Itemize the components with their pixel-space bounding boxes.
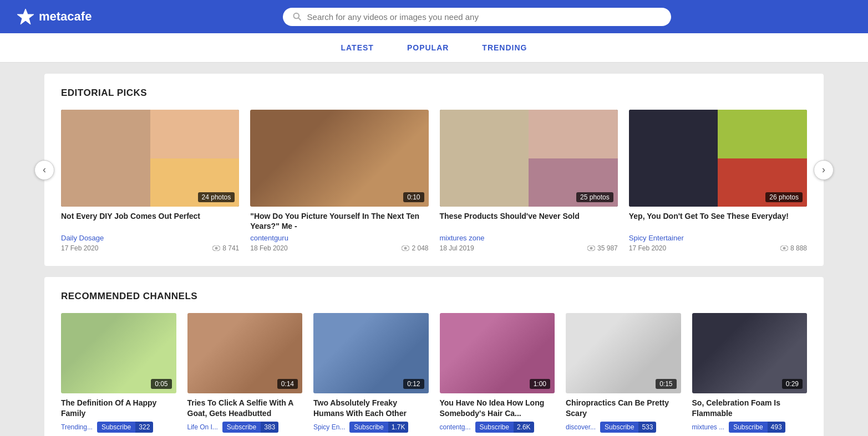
editorial-thumb-1: 24 photos bbox=[61, 110, 239, 207]
views-icon bbox=[402, 245, 409, 251]
svg-point-1 bbox=[294, 13, 300, 19]
search-bar-container bbox=[103, 8, 851, 26]
editorial-channel-4[interactable]: Spicy Entertainer bbox=[629, 234, 807, 242]
subscribe-count-3: 1.7K bbox=[388, 422, 409, 433]
views-icon bbox=[780, 245, 788, 251]
subscribe-label-5[interactable]: Subscribe bbox=[600, 422, 638, 433]
channel-title-5: Chiropractics Can Be Pretty Scary bbox=[566, 398, 681, 418]
subscribe-count-1: 322 bbox=[135, 422, 153, 433]
editorial-date-2: 18 Feb 2020 bbox=[250, 244, 287, 252]
views-icon bbox=[587, 245, 595, 251]
editorial-badge-3: 25 photos bbox=[576, 192, 613, 202]
editorial-channel-1[interactable]: Daily Dosage bbox=[61, 234, 239, 242]
logo[interactable]: metacafe bbox=[17, 8, 92, 25]
channel-thumb-3: 0:12 bbox=[313, 313, 429, 393]
main-content: ‹ EDITORIAL PICKS 24 photos Not Every DI… bbox=[0, 63, 868, 436]
editorial-thumb-4: 26 photos bbox=[629, 110, 807, 207]
channel-name-2[interactable]: Life On I... bbox=[187, 423, 218, 431]
channel-title-3: Two Absolutely Freaky Humans With Each O… bbox=[313, 398, 429, 418]
editorial-title-2: "How Do You Picture Yourself In The Next… bbox=[250, 211, 428, 231]
channel-badge-2: 0:14 bbox=[277, 379, 298, 389]
editorial-channel-3[interactable]: mixtures zone bbox=[440, 234, 618, 242]
channel-title-4: You Have No Idea How Long Somebody's Hai… bbox=[440, 398, 555, 418]
svg-point-8 bbox=[590, 247, 593, 250]
channel-name-1[interactable]: Trending... bbox=[61, 423, 93, 431]
editorial-channel-2[interactable]: contentguru bbox=[250, 234, 428, 242]
editorial-date-4: 17 Feb 2020 bbox=[629, 244, 666, 252]
channel-bottom-2: Life On I... Subscribe 383 bbox=[187, 422, 303, 433]
editorial-views-4: 8 888 bbox=[780, 244, 807, 252]
svg-point-10 bbox=[783, 247, 785, 250]
channel-name-3[interactable]: Spicy En... bbox=[313, 423, 345, 431]
carousel-left-arrow[interactable]: ‹ bbox=[34, 160, 54, 180]
channel-card-4[interactable]: 1:00 You Have No Idea How Long Somebody'… bbox=[440, 313, 555, 432]
editorial-title-3: These Products Should've Never Sold bbox=[440, 211, 618, 231]
channel-badge-5: 0:15 bbox=[656, 379, 676, 389]
subscribe-btn-2[interactable]: Subscribe 383 bbox=[222, 422, 278, 433]
editorial-meta-4: 17 Feb 2020 8 888 bbox=[629, 244, 807, 252]
subscribe-label-4[interactable]: Subscribe bbox=[475, 422, 514, 433]
svg-marker-0 bbox=[17, 9, 34, 24]
channel-title-2: Tries To Click A Selfie With A Goat, Get… bbox=[187, 398, 303, 418]
subscribe-label-6[interactable]: Subscribe bbox=[729, 422, 767, 433]
editorial-picks-title: EDITORIAL PICKS bbox=[61, 88, 807, 99]
nav-item-latest[interactable]: LATEST bbox=[341, 43, 374, 52]
search-input[interactable] bbox=[307, 12, 662, 22]
svg-point-4 bbox=[215, 247, 218, 250]
channel-card-5[interactable]: 0:15 Chiropractics Can Be Pretty Scary d… bbox=[566, 313, 681, 432]
channel-bottom-4: contentg... Subscribe 2.6K bbox=[440, 422, 555, 433]
channels-grid: 0:05 The Definition Of A Happy Family Tr… bbox=[61, 313, 807, 432]
channel-title-1: The Definition Of A Happy Family bbox=[61, 398, 176, 418]
editorial-picks-section: ‹ EDITORIAL PICKS 24 photos Not Every DI… bbox=[44, 74, 824, 266]
editorial-views-3: 35 987 bbox=[587, 244, 618, 252]
subscribe-btn-3[interactable]: Subscribe 1.7K bbox=[349, 422, 408, 433]
channel-badge-6: 0:29 bbox=[782, 379, 803, 389]
subscribe-label-2[interactable]: Subscribe bbox=[222, 422, 261, 433]
subscribe-btn-5[interactable]: Subscribe 533 bbox=[600, 422, 656, 433]
subscribe-count-2: 383 bbox=[261, 422, 278, 433]
editorial-card-4[interactable]: 26 photos Yep, You Don't Get To See Thes… bbox=[629, 110, 807, 252]
channel-badge-4: 1:00 bbox=[530, 379, 550, 389]
channel-card-1[interactable]: 0:05 The Definition Of A Happy Family Tr… bbox=[61, 313, 176, 432]
editorial-card-1[interactable]: 24 photos Not Every DIY Job Comes Out Pe… bbox=[61, 110, 239, 252]
subscribe-btn-1[interactable]: Subscribe 322 bbox=[97, 422, 153, 433]
channel-name-5[interactable]: discover... bbox=[566, 423, 596, 431]
channel-name-6[interactable]: mixtures ... bbox=[692, 423, 725, 431]
editorial-card-3[interactable]: 25 photos These Products Should've Never… bbox=[440, 110, 618, 252]
subscribe-label-3[interactable]: Subscribe bbox=[349, 422, 388, 433]
channel-name-4[interactable]: contentg... bbox=[440, 423, 471, 431]
channel-thumb-5: 0:15 bbox=[566, 313, 681, 393]
logo-text: metacafe bbox=[39, 9, 92, 24]
subscribe-btn-6[interactable]: Subscribe 493 bbox=[729, 422, 785, 433]
editorial-title-1: Not Every DIY Job Comes Out Perfect bbox=[61, 211, 239, 231]
carousel-right-arrow[interactable]: › bbox=[814, 160, 834, 180]
channel-bottom-5: discover... Subscribe 533 bbox=[566, 422, 681, 433]
channel-thumb-2: 0:14 bbox=[187, 313, 303, 393]
svg-point-6 bbox=[404, 247, 407, 250]
search-icon bbox=[293, 12, 301, 21]
subscribe-label-1[interactable]: Subscribe bbox=[97, 422, 135, 433]
svg-line-2 bbox=[298, 18, 301, 20]
recommended-channels-title: RECOMMENDED CHANNELS bbox=[61, 291, 807, 302]
editorial-title-4: Yep, You Don't Get To See These Everyday… bbox=[629, 211, 807, 231]
editorial-meta-3: 18 Jul 2019 35 987 bbox=[440, 244, 618, 252]
channel-card-2[interactable]: 0:14 Tries To Click A Selfie With A Goat… bbox=[187, 313, 303, 432]
channel-card-6[interactable]: 0:29 So, Celebration Foam Is Flammable m… bbox=[692, 313, 808, 432]
channel-title-6: So, Celebration Foam Is Flammable bbox=[692, 398, 808, 418]
main-nav: LATEST POPULAR TRENDING bbox=[0, 33, 868, 63]
editorial-card-2[interactable]: 0:10 "How Do You Picture Yourself In The… bbox=[250, 110, 428, 252]
editorial-views-2: 2 048 bbox=[402, 244, 428, 252]
channel-thumb-1: 0:05 bbox=[61, 313, 176, 393]
editorial-meta-1: 17 Feb 2020 8 741 bbox=[61, 244, 239, 252]
channel-bottom-1: Trending... Subscribe 322 bbox=[61, 422, 176, 433]
editorial-date-3: 18 Jul 2019 bbox=[440, 244, 474, 252]
subscribe-btn-4[interactable]: Subscribe 2.6K bbox=[475, 422, 534, 433]
nav-item-popular[interactable]: POPULAR bbox=[407, 43, 449, 52]
channel-badge-3: 0:12 bbox=[403, 379, 424, 389]
channel-card-3[interactable]: 0:12 Two Absolutely Freaky Humans With E… bbox=[313, 313, 429, 432]
subscribe-count-5: 533 bbox=[638, 422, 656, 433]
editorial-badge-2: 0:10 bbox=[403, 192, 424, 202]
editorial-badge-4: 26 photos bbox=[765, 192, 803, 202]
nav-item-trending[interactable]: TRENDING bbox=[482, 43, 527, 52]
editorial-meta-2: 18 Feb 2020 2 048 bbox=[250, 244, 428, 252]
